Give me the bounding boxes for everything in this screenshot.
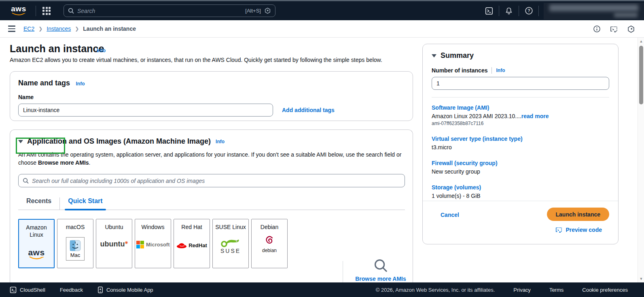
divider: [432, 97, 609, 98]
redacted-account-name: [549, 4, 638, 11]
ami-value: Amazon Linux 2023 AMI 2023.10....: [432, 113, 521, 119]
page-title: Launch an instance: [10, 43, 104, 55]
summary-item-instance-type: Virtual server type (instance type) t3.m…: [432, 135, 609, 151]
instances-info-link[interactable]: Info: [496, 68, 505, 73]
scroll-down-arrow[interactable]: ▼: [638, 277, 644, 281]
page-description: Amazon EC2 allows you to create virtual …: [10, 57, 382, 63]
debian-logo-icon: debian: [262, 235, 277, 253]
vertical-scrollbar[interactable]: ▲ ▼: [638, 38, 644, 282]
breadcrumb-ec2-link[interactable]: EC2: [23, 25, 34, 32]
footer-cookie-preferences-link[interactable]: Cookie preferences: [582, 287, 628, 293]
summary-item-storage: Storage (volumes) 1 volume(s) - 8 GiB: [432, 184, 609, 199]
footer-mobile-app-button[interactable]: Console Mobile App: [97, 286, 153, 293]
footer-privacy-link[interactable]: Privacy: [513, 287, 531, 293]
notifications-bell-icon[interactable]: [499, 2, 519, 20]
tab-quick-start[interactable]: Quick Start: [60, 197, 110, 210]
scrollbar-thumb[interactable]: [639, 46, 643, 104]
footer-terms-link[interactable]: Terms: [549, 287, 564, 293]
os-card-macos[interactable]: macOS Ma: [57, 219, 93, 268]
tab-recents[interactable]: Recents: [18, 197, 60, 210]
aws-smile-icon: [12, 13, 25, 16]
os-card-red-hat[interactable]: Red Hat RedHat: [174, 219, 210, 268]
console-footer: CloudShell Feedback Console Mobile App ©…: [0, 282, 644, 297]
amazon-linux-logo-icon: aws: [28, 249, 44, 260]
ami-id: ami-07ff62358b87c7116: [432, 121, 609, 126]
summary-panel: Summary Number of instances Info Softwar…: [422, 44, 619, 244]
suse-logo-icon: SUSE: [220, 238, 241, 254]
browse-search-icon: [373, 258, 388, 273]
instance-type-link[interactable]: Virtual server type (instance type): [432, 136, 523, 142]
svg-text:?: ?: [527, 8, 530, 13]
console-search-input[interactable]: Search [Alt+S]: [64, 4, 275, 17]
account-menu-redacted[interactable]: [544, 3, 644, 19]
side-menu-icon[interactable]: [8, 25, 15, 32]
os-card-debian[interactable]: Debian debian: [251, 219, 288, 268]
breadcrumb: EC2 ❯ Instances ❯ Launch an instance: [23, 25, 136, 32]
aws-logo[interactable]: aws: [9, 6, 28, 16]
storage-link[interactable]: Storage (volumes): [432, 184, 481, 191]
breadcrumb-separator: ❯: [38, 26, 42, 32]
ami-description: An AMI contains the operating system, ap…: [18, 151, 405, 167]
ami-tabs: Recents Quick Start: [18, 196, 405, 210]
header-divider: [36, 6, 36, 16]
ami-info-link[interactable]: Info: [216, 139, 225, 144]
breadcrumb-current: Launch an instance: [83, 25, 136, 32]
console-header: aws Search [Alt+S]: [0, 1, 644, 20]
microsoft-logo-icon: Microsoft: [136, 241, 170, 249]
os-card-amazon-linux[interactable]: Amazon Linux aws: [18, 219, 55, 268]
browse-more-amis-link[interactable]: Browse more AMIs: [348, 276, 413, 282]
preview-code-icon[interactable]: [610, 25, 618, 33]
cloudshell-icon[interactable]: [479, 2, 499, 20]
footer-feedback-button[interactable]: Feedback: [60, 287, 83, 293]
summary-collapse-icon[interactable]: [432, 54, 436, 57]
help-icon[interactable]: ?: [519, 2, 538, 20]
os-card-list: Amazon Linux aws macOS: [18, 219, 405, 268]
services-grid-icon[interactable]: [42, 7, 51, 15]
aws-logo-text: aws: [9, 6, 28, 12]
search-icon: [68, 8, 74, 14]
amazon-q-panel-icon[interactable]: [627, 25, 635, 33]
ami-section-title: Application and OS Images (Amazon Machin…: [27, 137, 211, 146]
redacted-account-id: [614, 13, 638, 17]
preview-code-button[interactable]: Preview code: [555, 226, 602, 233]
number-of-instances-input[interactable]: [432, 77, 609, 90]
copyright-text: © 2026, Amazon Web Services, Inc. or its…: [376, 287, 495, 293]
number-of-instances-label: Number of instances: [432, 67, 487, 74]
summary-item-firewall: Firewall (security group) New security g…: [432, 159, 609, 175]
footer-cloudshell-button[interactable]: CloudShell: [10, 286, 45, 293]
cloudshell-icon: [10, 286, 17, 293]
add-additional-tags-link[interactable]: Add additional tags: [282, 107, 335, 113]
section-collapse-icon[interactable]: [18, 140, 23, 143]
firewall-value: New security group: [432, 168, 609, 175]
main-content: Launch an instance Info Amazon EC2 allow…: [0, 38, 638, 282]
firewall-link[interactable]: Firewall (security group): [432, 160, 498, 166]
macos-logo-icon: Mac: [66, 237, 85, 261]
ami-search-placeholder: Search our full catalog including 1000s …: [32, 178, 205, 184]
ec2-launch-instance-page: aws Search [Alt+S]: [0, 0, 644, 297]
software-image-link[interactable]: Software Image (AMI): [432, 104, 489, 111]
instance-name-input[interactable]: [18, 104, 273, 117]
name-label: Name: [18, 94, 405, 100]
instance-type-value: t3.micro: [432, 144, 609, 151]
os-card-ubuntu[interactable]: Ubuntu ubuntu◉: [96, 219, 132, 268]
page-info-link[interactable]: Info: [97, 48, 106, 53]
read-more-link[interactable]: read more: [521, 113, 549, 119]
storage-value: 1 volume(s) - 8 GiB: [432, 193, 609, 199]
summary-footer: Cancel Launch instance Preview code: [423, 201, 618, 244]
breadcrumb-instances-link[interactable]: Instances: [47, 25, 71, 32]
amazon-q-icon: [264, 7, 271, 14]
preview-code-icon: [555, 226, 563, 233]
summary-item-ami: Software Image (AMI) Amazon Linux 2023 A…: [432, 104, 609, 126]
breadcrumb-bar: EC2 ❯ Instances ❯ Launch an instance: [0, 20, 644, 38]
name-and-tags-info-link[interactable]: Info: [76, 81, 85, 87]
search-shortcut-hint: [Alt+S]: [245, 8, 261, 14]
label-divider: [491, 67, 492, 74]
launch-instance-button[interactable]: Launch instance: [547, 208, 609, 221]
os-card-windows[interactable]: Windows Microsoft: [135, 219, 171, 268]
ami-catalog-search-input[interactable]: Search our full catalog including 1000s …: [18, 174, 405, 187]
search-placeholder: Search: [77, 8, 245, 14]
scroll-up-arrow[interactable]: ▲: [638, 39, 644, 43]
cancel-button[interactable]: Cancel: [441, 212, 459, 218]
os-card-suse-linux[interactable]: SUSE Linux SUSE: [212, 219, 249, 268]
info-panel-icon[interactable]: [593, 25, 601, 33]
